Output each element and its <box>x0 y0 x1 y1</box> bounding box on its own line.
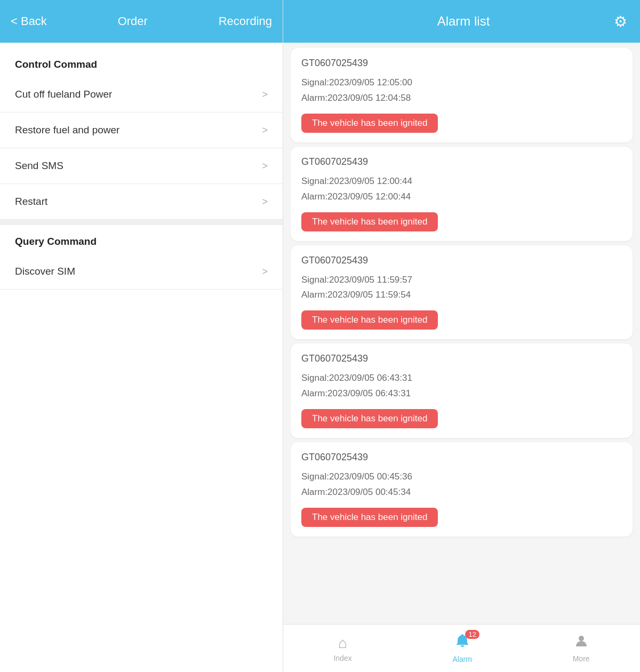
alarm-badge-1: The vehicle has been ignited <box>301 212 438 231</box>
menu-item-restart-arrow: > <box>262 196 268 207</box>
alarm-alarm-1: Alarm:2023/09/05 12:00:44 <box>301 191 411 202</box>
alarm-badge-count: 12 <box>465 630 479 639</box>
alarm-card-4[interactable]: GT0607025439 Signal:2023/09/05 00:45:36 … <box>291 442 633 537</box>
alarm-times-4: Signal:2023/09/05 00:45:36 Alarm:2023/09… <box>301 469 622 500</box>
alarm-signal-2: Signal:2023/09/05 11:59:57 <box>301 275 412 285</box>
alarm-alarm-0: Alarm:2023/09/05 12:04:58 <box>301 93 411 103</box>
alarm-times-0: Signal:2023/09/05 12:05:00 Alarm:2023/09… <box>301 75 622 106</box>
alarm-device-0: GT0607025439 <box>301 58 622 69</box>
menu-item-sms[interactable]: Send SMS > <box>0 148 283 184</box>
alarm-device-3: GT0607025439 <box>301 353 622 364</box>
menu-item-sim-arrow: > <box>262 266 268 277</box>
query-section-label: Query Command <box>0 225 283 254</box>
svg-point-0 <box>579 636 584 641</box>
menu-item-restore-arrow: > <box>262 125 268 136</box>
alarm-badge-3: The vehicle has been ignited <box>301 409 438 428</box>
control-section-label: Control Commad <box>0 48 283 77</box>
menu-item-restart-text: Restart <box>15 196 47 207</box>
alarm-signal-4: Signal:2023/09/05 00:45:36 <box>301 471 412 482</box>
back-button[interactable]: < Back <box>11 14 47 28</box>
nav-alarm-label: Alarm <box>452 655 472 663</box>
alarm-badge-0: The vehicle has been ignited <box>301 114 438 133</box>
alarm-signal-0: Signal:2023/09/05 12:05:00 <box>301 77 412 87</box>
alarm-signal-1: Signal:2023/09/05 12:00:44 <box>301 176 412 186</box>
menu-item-sms-arrow: > <box>262 161 268 172</box>
alarm-list: GT0607025439 Signal:2023/09/05 12:05:00 … <box>283 43 640 624</box>
alarm-icon: 12 <box>454 633 470 653</box>
right-panel: Alarm list ⚙ GT0607025439 Signal:2023/09… <box>283 0 640 672</box>
alarm-times-2: Signal:2023/09/05 11:59:57 Alarm:2023/09… <box>301 273 622 303</box>
alarm-card-1[interactable]: GT0607025439 Signal:2023/09/05 12:00:44 … <box>291 147 633 241</box>
alarm-device-4: GT0607025439 <box>301 452 622 463</box>
nav-more-label: More <box>573 654 590 663</box>
nav-index[interactable]: ⌂ Index <box>333 635 351 662</box>
nav-more[interactable]: More <box>573 634 590 663</box>
menu-item-sim-text: Discover SIM <box>15 266 75 277</box>
alarm-alarm-4: Alarm:2023/09/05 00:45:34 <box>301 487 411 497</box>
alarm-badge-2: The vehicle has been ignited <box>301 310 438 330</box>
menu-item-restore[interactable]: Restore fuel and power > <box>0 113 283 148</box>
menu-item-restore-text: Restore fuel and power <box>15 124 119 136</box>
section-divider <box>0 220 283 225</box>
alarm-device-1: GT0607025439 <box>301 156 622 167</box>
alarm-list-title: Alarm list <box>313 14 614 29</box>
alarm-badge-4: The vehicle has been ignited <box>301 508 438 527</box>
menu-item-restart[interactable]: Restart > <box>0 184 283 220</box>
menu-item-cutoff-arrow: > <box>262 89 268 100</box>
alarm-device-2: GT0607025439 <box>301 255 622 266</box>
alarm-signal-3: Signal:2023/09/05 06:43:31 <box>301 373 412 383</box>
alarm-card-0[interactable]: GT0607025439 Signal:2023/09/05 12:05:00 … <box>291 48 633 142</box>
menu-item-cutoff-text: Cut off fueland Power <box>15 89 112 100</box>
menu-item-sim[interactable]: Discover SIM > <box>0 254 283 290</box>
settings-icon[interactable]: ⚙ <box>614 13 627 30</box>
left-header: < Back Order Recording <box>0 0 283 43</box>
alarm-alarm-3: Alarm:2023/09/05 06:43:31 <box>301 388 411 398</box>
nav-index-label: Index <box>333 654 351 662</box>
right-header: Alarm list ⚙ <box>283 0 640 43</box>
order-label: Order <box>118 14 148 28</box>
profile-icon <box>574 634 589 652</box>
nav-alarm[interactable]: 12 Alarm <box>452 633 472 663</box>
recording-label: Recording <box>219 14 272 28</box>
menu-item-sms-text: Send SMS <box>15 160 63 172</box>
left-content: Control Commad Cut off fueland Power > R… <box>0 43 283 672</box>
menu-item-cutoff[interactable]: Cut off fueland Power > <box>0 77 283 113</box>
home-icon: ⌂ <box>338 635 347 652</box>
bottom-nav: ⌂ Index 12 Alarm More <box>283 624 640 672</box>
alarm-times-1: Signal:2023/09/05 12:00:44 Alarm:2023/09… <box>301 174 622 205</box>
left-panel: < Back Order Recording Control Commad Cu… <box>0 0 283 672</box>
alarm-card-2[interactable]: GT0607025439 Signal:2023/09/05 11:59:57 … <box>291 245 633 340</box>
alarm-alarm-2: Alarm:2023/09/05 11:59:54 <box>301 290 411 300</box>
alarm-card-3[interactable]: GT0607025439 Signal:2023/09/05 06:43:31 … <box>291 343 633 438</box>
alarm-times-3: Signal:2023/09/05 06:43:31 Alarm:2023/09… <box>301 371 622 402</box>
